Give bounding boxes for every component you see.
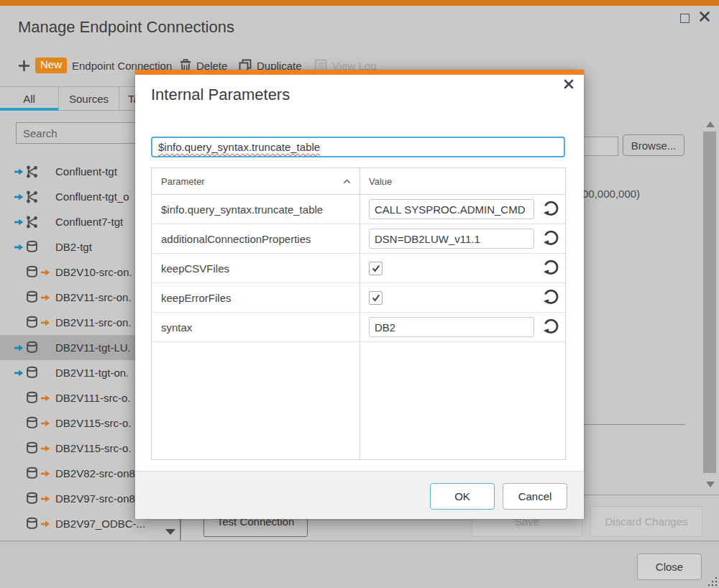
database-icon <box>25 265 40 279</box>
parameter-row: syntax <box>152 313 565 342</box>
connection-name: DB2V82-src-on8 <box>55 467 135 479</box>
target-arrow-icon <box>14 344 25 352</box>
source-arrow-icon <box>40 495 52 503</box>
connection-name: DB2V11-src-on. <box>55 316 132 329</box>
parameter-name: $info.query_syntax.truncate_table <box>152 203 360 216</box>
target-arrow-icon <box>14 369 25 377</box>
source-arrow-icon <box>40 318 52 327</box>
sort-asc-icon <box>343 179 351 184</box>
parameter-value-cell <box>360 224 565 253</box>
reset-icon[interactable] <box>541 259 560 277</box>
connection-name: DB2V11-tgt-LU. <box>55 341 131 354</box>
source-arrow-icon <box>40 419 52 428</box>
parameter-value-input[interactable] <box>369 199 534 219</box>
target-arrow-icon <box>14 243 25 252</box>
target-arrow-icon <box>14 193 25 201</box>
scroll-up-icon[interactable] <box>706 121 715 127</box>
close-button[interactable]: Close <box>637 553 702 580</box>
scroll-down-icon[interactable] <box>706 482 715 487</box>
parameter-value-cell <box>360 195 565 224</box>
database-icon <box>25 517 40 530</box>
source-arrow-icon <box>40 394 52 403</box>
dialog-title: Internal Parameters <box>151 86 290 104</box>
connection-name: DB2V11-tgt-on. <box>55 367 129 379</box>
kafka-icon <box>25 190 40 204</box>
window-footer-bar: Close <box>0 541 719 588</box>
connection-name: DB2V97_ODBC-... <box>55 518 145 530</box>
database-icon <box>25 441 40 455</box>
parameter-column-header[interactable]: Parameter <box>152 176 360 187</box>
target-arrow-icon <box>14 167 25 176</box>
window-close-icon[interactable] <box>699 11 710 22</box>
parameter-value-cell <box>360 283 565 312</box>
connection-name: Confluent-tgt <box>55 165 117 178</box>
reset-icon[interactable] <box>541 200 560 219</box>
parameter-name: keepCSVFiles <box>152 262 360 275</box>
reset-icon[interactable] <box>541 318 560 336</box>
connection-name: DB2V11-src-on. <box>55 291 132 303</box>
page-title: Manage Endpoint Connections <box>18 18 234 37</box>
dialog-top-accent-bar <box>135 70 584 75</box>
parameter-row: keepErrorFiles <box>152 283 565 313</box>
parameter-row: $info.query_syntax.truncate_table <box>152 195 565 224</box>
internal-parameters-dialog: Internal Parameters $info.query_syntax.t… <box>135 70 584 519</box>
table-header-row: Parameter Value <box>152 168 565 195</box>
database-icon <box>25 290 40 304</box>
ok-button[interactable]: OK <box>430 483 495 510</box>
database-icon <box>25 467 40 480</box>
parameter-value-input[interactable] <box>369 317 534 337</box>
scroll-down-icon[interactable] <box>165 529 175 535</box>
connection-name: DB2-tgt <box>55 241 92 253</box>
database-icon <box>25 240 40 254</box>
database-icon <box>25 416 40 430</box>
source-arrow-icon <box>40 469 52 478</box>
source-arrow-icon <box>40 293 52 302</box>
connection-name: DB2V10-src-on. <box>55 266 132 278</box>
connection-name: DB2V97-src-on8 <box>55 492 135 505</box>
plus-icon <box>18 60 30 72</box>
parameter-name: keepErrorFiles <box>152 292 360 304</box>
connection-name: DB2V115-src-o. <box>55 442 132 454</box>
reset-icon[interactable] <box>541 288 560 307</box>
target-arrow-icon <box>14 218 25 226</box>
connection-name: Confluent-tgt_o <box>55 190 129 203</box>
parameter-value-cell <box>360 254 565 282</box>
parameter-row: keepCSVFiles <box>152 254 565 283</box>
source-arrow-icon <box>40 520 52 528</box>
parameter-value-cell <box>360 313 565 341</box>
database-icon <box>25 366 40 380</box>
maximize-icon[interactable] <box>680 14 690 23</box>
parameter-checkbox[interactable] <box>369 262 383 275</box>
connection-name: Confluent7-tgt <box>55 216 123 228</box>
window-top-accent-bar <box>0 0 719 6</box>
resize-grip-icon[interactable] <box>707 576 717 586</box>
kafka-icon <box>25 215 40 229</box>
discard-changes-button[interactable]: Discard Changes <box>590 506 702 537</box>
cancel-button[interactable]: Cancel <box>503 483 567 510</box>
connection-name: DB2V111-src-o. <box>55 392 130 404</box>
parameter-filter-input[interactable]: $info.query_syntax.truncate_table <box>151 137 565 157</box>
max-size-partial-text: 00,000,000) <box>582 188 640 200</box>
browse-button[interactable]: Browse... <box>623 134 684 156</box>
kafka-icon <box>25 165 40 179</box>
parameter-filter-value: $info.query_syntax.truncate_table <box>158 141 320 153</box>
dialog-footer: OK Cancel <box>135 471 584 519</box>
parameter-value-input[interactable] <box>369 229 534 249</box>
parameter-name: syntax <box>152 321 360 334</box>
parameters-table: Parameter Value $info.query_syntax.trunc… <box>151 167 566 460</box>
source-arrow-icon <box>40 444 52 453</box>
dialog-close-icon[interactable] <box>564 79 574 89</box>
connection-name: DB2V115-src-o. <box>55 417 132 429</box>
parameter-checkbox[interactable] <box>369 291 383 305</box>
vertical-scrollbar-thumb[interactable] <box>703 132 716 473</box>
tab-all[interactable]: All <box>0 87 58 111</box>
reset-icon[interactable] <box>541 229 560 248</box>
parameter-name: additionalConnectionProperties <box>152 233 360 245</box>
new-badge: New <box>35 58 67 73</box>
database-icon <box>25 492 40 505</box>
param-table-body: $info.query_syntax.truncate_table additi… <box>152 195 565 342</box>
parameter-row: additionalConnectionProperties <box>152 224 565 254</box>
tab-sources[interactable]: Sources <box>58 87 119 111</box>
form-divider <box>583 424 685 425</box>
database-icon <box>25 391 40 405</box>
